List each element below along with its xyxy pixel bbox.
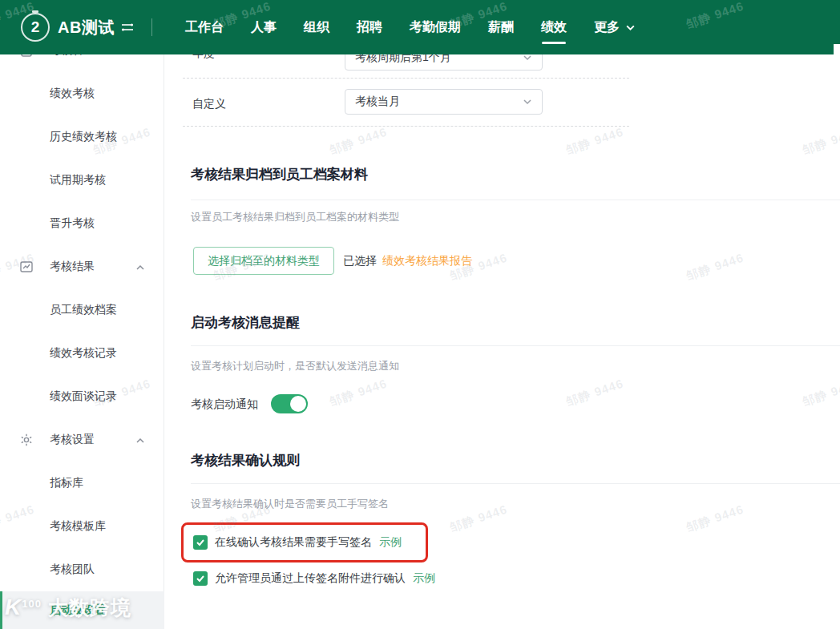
nav-item[interactable]: 绩效	[527, 0, 580, 54]
selected-material-link[interactable]: 绩效考核结果报告	[382, 254, 472, 268]
check-icon	[196, 574, 205, 583]
online-signature-checkbox-row: 在线确认考核结果需要手写签名 示例	[193, 535, 402, 550]
admin-upload-checkbox[interactable]	[193, 571, 208, 586]
sidebar-item[interactable]: 启动及设置	[0, 591, 164, 629]
admin-upload-checkbox-row: 允许管理员通过上传签名附件进行确认 示例	[193, 571, 435, 586]
nav-item[interactable]: 工作台	[172, 0, 237, 54]
chevron-up-icon	[135, 262, 145, 272]
sidebar-item[interactable]: 绩效考核	[0, 72, 164, 115]
primary-nav: 工作台人事组织招聘考勤假期薪酬绩效	[172, 0, 580, 54]
nav-item[interactable]: 考勤假期	[396, 0, 475, 54]
tenant-name: AB测试	[58, 17, 115, 38]
top-nav-bar: 2 AB测试 工作台人事组织招聘考勤假期薪酬绩效 更多	[0, 0, 840, 54]
sidebar-item[interactable]: 考核模板库	[0, 505, 164, 548]
sidebar-item[interactable]: 考核团队	[0, 548, 164, 591]
selected-material-line: 已选择 绩效考核结果报告	[343, 254, 472, 268]
choose-material-type-button[interactable]: 选择归档至的材料类型	[193, 247, 334, 275]
assessment-start-notify-toggle[interactable]	[271, 394, 308, 413]
custom-archive-select[interactable]: 考核当月	[345, 89, 543, 115]
sidebar-item[interactable]: 考核结果	[0, 245, 164, 288]
main-content: 年度 考核周期后第1个月 自定义 考核当月 考核结果归档到员工档案材料 设置员工…	[164, 0, 840, 629]
sidebar-item[interactable]: 绩效面谈记录	[0, 375, 164, 418]
admin-upload-label: 允许管理员通过上传签名附件进行确认	[215, 571, 406, 586]
chart-icon	[19, 260, 34, 274]
header-divider	[151, 18, 152, 36]
nav-item-more[interactable]: 更多	[580, 0, 649, 54]
check-icon	[196, 538, 205, 547]
gear-icon	[19, 433, 34, 447]
nav-item[interactable]: 薪酬	[475, 0, 527, 54]
section-divider	[191, 345, 840, 346]
toggle-knob	[290, 396, 306, 412]
sidebar-item[interactable]: 考核设置	[0, 418, 164, 462]
online-signature-checkbox[interactable]	[193, 535, 208, 550]
section-title-notify: 启动考核消息提醒	[191, 313, 300, 332]
section-divider	[191, 483, 840, 484]
toggle-label: 考核启动通知	[191, 397, 258, 412]
sidebar-item[interactable]: 员工绩效档案	[0, 288, 164, 332]
scrollbar-notch[interactable]	[834, 44, 840, 54]
sidebar: 考核管理绩效考核历史绩效考核试用期考核晋升考核考核结果员工绩效档案绩效考核记录绩…	[0, 0, 164, 629]
nav-item[interactable]: 招聘	[343, 0, 396, 54]
selected-prefix: 已选择	[343, 254, 377, 268]
row-divider	[183, 78, 629, 79]
chevron-down-icon	[523, 97, 532, 107]
sidebar-item[interactable]: 试用期考核	[0, 159, 164, 202]
section-desc-notify: 设置考核计划启动时，是否默认发送消息通知	[191, 359, 399, 373]
section-divider	[191, 200, 840, 200]
custom-archive-select-value: 考核当月	[355, 95, 400, 109]
app-logo-icon[interactable]: 2	[21, 13, 50, 42]
sidebar-item[interactable]: 历史绩效考核	[0, 115, 164, 159]
chevron-down-icon	[625, 22, 636, 33]
switch-workspace-icon[interactable]	[121, 22, 134, 33]
section-desc-archive: 设置员工考核结果归档到员工档案的材料类型	[191, 210, 399, 224]
section-title-confirm: 考核结果确认规则	[191, 451, 300, 470]
online-signature-label: 在线确认考核结果需要手写签名	[215, 535, 372, 550]
sidebar-item[interactable]: 晋升考核	[0, 202, 164, 245]
nav-item[interactable]: 组织	[290, 0, 343, 54]
form-row-label-custom: 自定义	[192, 97, 226, 111]
nav-item[interactable]: 人事	[237, 0, 290, 54]
sidebar-item[interactable]: 绩效考核记录	[0, 332, 164, 375]
section-desc-confirm: 设置考核结果确认时是否需要员工手写签名	[191, 497, 389, 511]
example-link-1[interactable]: 示例	[379, 535, 402, 550]
example-link-2[interactable]: 示例	[413, 571, 435, 586]
sidebar-item[interactable]: 指标库	[0, 462, 164, 505]
section-title-archive: 考核结果归档到员工档案材料	[191, 165, 368, 183]
row-divider	[183, 126, 629, 127]
chevron-up-icon	[135, 435, 145, 445]
